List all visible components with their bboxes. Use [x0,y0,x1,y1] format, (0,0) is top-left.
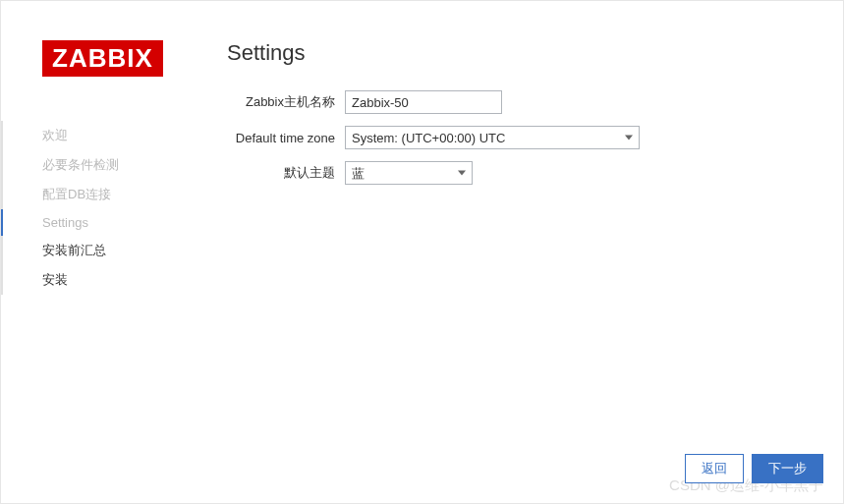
nav-item-summary: 安装前汇总 [42,236,227,265]
nav-item-welcome: 欢迎 [42,121,227,150]
setup-steps: 欢迎 必要条件检测 配置DB连接 Settings 安装前汇总 安装 [1,121,227,295]
row-timezone: Default time zone System: (UTC+00:00) UT… [227,126,804,149]
main-content: Settings Zabbix主机名称 Default time zone Sy… [227,40,843,503]
select-timezone[interactable]: System: (UTC+00:00) UTC [345,126,640,149]
logo: ZABBIX [42,40,227,77]
select-theme[interactable]: 蓝 [345,161,473,185]
footer-buttons: 返回 下一步 [685,454,823,483]
label-hostname: Zabbix主机名称 [227,93,345,111]
label-theme: 默认主题 [227,164,345,182]
row-theme: 默认主题 蓝 [227,161,804,185]
nav-item-db: 配置DB连接 [42,180,227,209]
logo-text: ZABBIX [42,40,163,77]
label-timezone: Default time zone [227,131,345,145]
sidebar: ZABBIX 欢迎 必要条件检测 配置DB连接 Settings 安装前汇总 安… [1,40,227,503]
next-button[interactable]: 下一步 [752,454,823,483]
nav-item-install: 安装 [42,265,227,295]
nav-item-prereq: 必要条件检测 [42,150,227,180]
back-button[interactable]: 返回 [685,454,744,483]
page-title: Settings [227,40,804,66]
nav-item-settings: Settings [42,209,227,236]
input-hostname[interactable] [345,90,502,114]
row-hostname: Zabbix主机名称 [227,90,804,114]
